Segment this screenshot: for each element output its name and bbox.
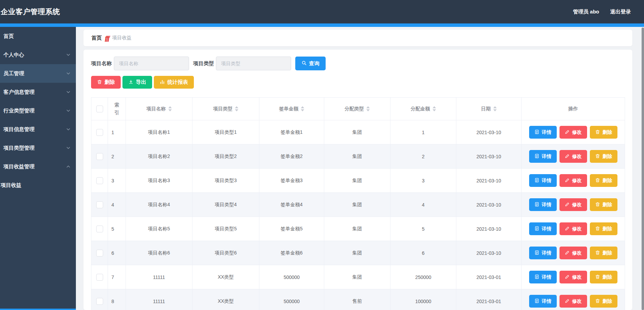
edit-button[interactable]: 修改 — [559, 198, 587, 211]
row-checkbox[interactable] — [96, 129, 103, 136]
sidebar-item-3[interactable]: 员工管理 — [0, 64, 76, 83]
sidebar-item-label: 客户信息管理 — [3, 89, 34, 96]
cell-name: 项目名称3 — [126, 169, 192, 193]
detail-button[interactable]: 详情 — [529, 126, 557, 139]
report-button[interactable]: 统计报表 — [154, 76, 194, 89]
cell-alloc-type: 集团 — [324, 169, 390, 193]
edit-button[interactable]: 修改 — [559, 150, 587, 163]
sidebar-item-4[interactable]: 客户信息管理 — [0, 83, 76, 101]
detail-button[interactable]: 详情 — [529, 247, 557, 259]
sidebar-item-2[interactable]: 个人中心 — [0, 46, 76, 64]
detail-button[interactable]: 详情 — [529, 222, 557, 235]
page-scrollbar[interactable] — [642, 28, 644, 310]
sidebar-item-label: 首页 — [3, 33, 14, 40]
detail-button[interactable]: 详情 — [529, 271, 557, 283]
cell-index: 7 — [108, 265, 126, 289]
row-checkbox[interactable] — [96, 250, 103, 257]
sidebar-item-label: 项目信息管理 — [3, 126, 34, 133]
sidebar-item-1[interactable]: 首页 — [0, 27, 76, 46]
row-delete-button[interactable]: 删除 — [590, 271, 617, 283]
cell-index: 6 — [108, 241, 126, 265]
edit-button[interactable]: 修改 — [559, 271, 587, 283]
query-button[interactable]: 查询 — [295, 57, 326, 70]
cell-date: 2021-03-10 — [456, 144, 522, 169]
table-row: 711111XX类型500000集团2500002021-03-01详情修改删除 — [91, 265, 625, 289]
row-checkbox[interactable] — [96, 226, 103, 232]
row-delete-button[interactable]: 删除 — [590, 126, 617, 139]
edit-button[interactable]: 修改 — [559, 174, 587, 187]
trash-icon — [595, 274, 600, 280]
table-row: 2项目名称2项目类型2签单金额2集团22021-03-10详情修改删除 — [91, 144, 625, 169]
project-name-label: 项目名称 — [91, 60, 112, 67]
column-header-type[interactable]: 项目类型 — [192, 98, 259, 120]
cell-alloc-type: 集团 — [324, 265, 390, 289]
row-checkbox[interactable] — [96, 177, 103, 184]
cell-alloc-type: 售前 — [324, 289, 390, 310]
export-button[interactable]: 导出 — [122, 76, 152, 89]
sidebar-item-9[interactable]: 项目收益 — [0, 176, 76, 194]
breadcrumb-home[interactable]: 首页 — [91, 35, 102, 41]
column-header-label: 操作 — [568, 106, 578, 111]
row-checkbox[interactable] — [96, 298, 103, 305]
row-delete-button[interactable]: 删除 — [590, 198, 617, 211]
select-all-cell — [91, 98, 108, 120]
row-delete-button[interactable]: 删除 — [590, 222, 617, 235]
sort-carets-icon[interactable] — [433, 106, 436, 111]
sort-carets-icon[interactable] — [493, 106, 497, 111]
column-header-date[interactable]: 日期 — [456, 98, 522, 120]
trash-icon — [595, 226, 600, 232]
row-delete-button[interactable]: 删除 — [590, 295, 617, 308]
row-checkbox[interactable] — [96, 153, 103, 160]
edit-button[interactable]: 修改 — [559, 247, 587, 259]
chevron-up-icon — [66, 164, 71, 169]
sidebar-scrollbar[interactable] — [0, 309, 76, 310]
edit-button-label: 修改 — [572, 298, 582, 304]
sort-carets-icon[interactable] — [168, 106, 172, 111]
row-delete-button[interactable]: 删除 — [590, 247, 617, 259]
current-user[interactable]: 管理员 abo — [573, 9, 599, 15]
column-header-alloc_amount[interactable]: 分配金额 — [390, 98, 456, 120]
select-all-checkbox[interactable] — [96, 106, 103, 112]
edit-icon — [565, 274, 570, 280]
detail-button[interactable]: 详情 — [529, 150, 557, 163]
cell-index: 1 — [108, 120, 126, 144]
row-checkbox[interactable] — [96, 201, 103, 208]
project-type-input[interactable] — [216, 57, 291, 70]
cell-alloc-type: 集团 — [324, 144, 390, 169]
detail-button[interactable]: 详情 — [529, 198, 557, 211]
sidebar-item-5[interactable]: 行业类型管理 — [0, 101, 76, 120]
edit-button[interactable]: 修改 — [559, 222, 587, 235]
edit-icon — [565, 178, 570, 184]
content-card: 项目名称 项目类型 查询 删除 — [83, 50, 632, 310]
document-icon — [534, 298, 539, 304]
column-header-name[interactable]: 项目名称 — [126, 98, 192, 120]
row-select-cell — [91, 217, 108, 241]
sort-carets-icon[interactable] — [235, 106, 238, 111]
sidebar-item-6[interactable]: 项目信息管理 — [0, 120, 76, 139]
row-delete-button-label: 删除 — [603, 153, 612, 160]
sort-carets-icon[interactable] — [366, 106, 370, 111]
row-delete-button[interactable]: 删除 — [590, 174, 617, 187]
sidebar-item-7[interactable]: 项目类型管理 — [0, 139, 76, 157]
column-header-label: 索引 — [114, 101, 119, 116]
edit-button[interactable]: 修改 — [559, 126, 587, 139]
logout-link[interactable]: 退出登录 — [610, 9, 631, 15]
detail-button[interactable]: 详情 — [529, 295, 557, 308]
delete-button[interactable]: 删除 — [91, 76, 121, 89]
sort-carets-icon[interactable] — [301, 106, 304, 111]
trash-icon — [595, 153, 600, 160]
detail-button[interactable]: 详情 — [529, 174, 557, 187]
row-select-cell — [91, 289, 108, 310]
column-header-alloc_type[interactable]: 分配类型 — [324, 98, 390, 120]
sidebar-item-8[interactable]: 项目收益管理 — [0, 157, 76, 176]
row-delete-button[interactable]: 删除 — [590, 150, 617, 163]
cell-actions: 详情修改删除 — [522, 120, 625, 144]
sidebar-item-label: 项目收益管理 — [3, 163, 34, 170]
app-title: 企业客户管理系统 — [1, 7, 60, 17]
edit-button[interactable]: 修改 — [559, 295, 587, 308]
project-name-input[interactable] — [114, 57, 189, 70]
column-header-amount[interactable]: 签单金额 — [259, 98, 324, 120]
row-checkbox[interactable] — [96, 274, 103, 281]
chevron-down-icon — [66, 71, 71, 76]
cell-name: 项目名称4 — [126, 193, 192, 217]
